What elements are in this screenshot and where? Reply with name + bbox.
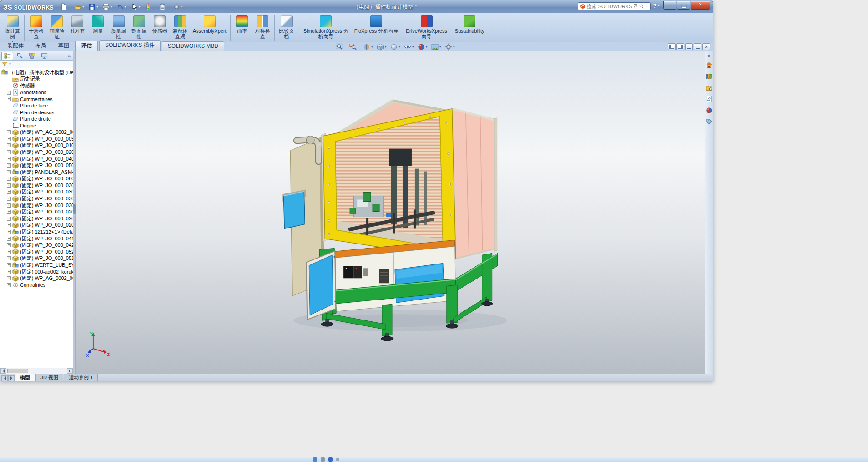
new-document-button[interactable]: ▼ (59, 2, 72, 11)
expand-plus-icon[interactable]: + (7, 170, 11, 174)
hide-show-items-button[interactable]: ▼ (403, 43, 415, 51)
tree-item[interactable]: + (固定) WP_JO_000_0200_0 (0, 215, 73, 222)
tree-item[interactable]: + Plan de face (0, 102, 73, 109)
expand-plus-icon[interactable]: + (7, 217, 11, 221)
tree-item[interactable]: + (固定) WP_JO_000_0510_0 (0, 255, 73, 262)
tree-item[interactable]: + (固定) WP_JO_000_0520_0 (0, 249, 73, 255)
view-settings-button[interactable]: ▼ (444, 43, 456, 51)
zoom-to-area-button[interactable]: ▼ (348, 43, 361, 51)
tree-item[interactable]: + (固定) WP_JO_000_0300_0 (0, 189, 73, 196)
tree-item[interactable]: + (固定) WP_JO_000_0050-0 (0, 136, 73, 142)
expand-plus-icon[interactable]: + (7, 177, 11, 181)
tree-item[interactable]: + (固定) WP_JO_000_0300_0 (0, 182, 73, 189)
expand-plus-icon[interactable]: + (7, 137, 11, 141)
solidworks-resources-tab[interactable] (706, 61, 712, 70)
expand-plus-icon[interactable]: + (7, 223, 11, 227)
file-explorer-tab[interactable] (706, 84, 712, 92)
pane-right[interactable] (676, 43, 684, 50)
tab-solidworks-addins[interactable]: SOLIDWORKS 插件 (99, 40, 161, 51)
tab-scroll-right[interactable] (8, 375, 15, 381)
tab-sketch[interactable]: 草图 (52, 41, 75, 51)
expand-plus-icon[interactable]: + (7, 270, 11, 274)
print-button[interactable]: ▼ (101, 2, 114, 11)
title-bar[interactable]: ЗS SOLIDWORKS ▼ ▼ ▼ (0, 0, 713, 13)
tree-item[interactable]: + (固定) WP_JO_000_0300_0( (0, 202, 73, 209)
tree-item[interactable]: + (固定) WP_JO_000_0410_0 (0, 235, 73, 242)
model-3d-machine[interactable]: Y Z X (76, 51, 705, 373)
tab-scroll-left[interactable] (1, 375, 8, 381)
tree-item[interactable]: + (固定) WP_AG_0002_0000 (0, 275, 73, 282)
taskbar-item-4[interactable] (336, 458, 339, 461)
tab-assembly[interactable]: 装配体 (1, 41, 30, 51)
expand-plus-icon[interactable]: + (7, 197, 11, 201)
task-pane-collapse-chevron[interactable]: « (708, 53, 711, 58)
tree-item[interactable]: + Plan de droite (0, 116, 73, 122)
tree-item[interactable]: + 传感器 (0, 82, 73, 89)
compare-documents-button[interactable]: 比较文档 ▼ (276, 14, 297, 41)
search-input[interactable]: 搜索 SOLIDWORKS 帮助 ▼ (578, 2, 651, 10)
tree-item[interactable]: + （电阻）插件机设计模型 (Déf (0, 69, 73, 76)
tree-item[interactable]: + (固定) WP_JO_000_0200_0 (0, 208, 73, 215)
scroll-right-arrow[interactable] (67, 368, 73, 374)
expand-plus-icon[interactable]: + (7, 250, 11, 254)
tree-item[interactable]: + (固定) WERTE_LUB_SYSTE (0, 262, 73, 269)
tree-horizontal-scrollbar[interactable] (0, 368, 73, 374)
expand-plus-icon[interactable]: + (7, 256, 11, 260)
expand-plus-icon[interactable]: + (7, 243, 11, 247)
tree-item[interactable]: + (固定) WP_JO_000_0500_0 (0, 162, 73, 169)
assembly-xpert-button[interactable]: AssemblyXpert ▼ (191, 14, 229, 41)
tree-item[interactable]: + Annotations (0, 89, 73, 96)
options-button[interactable]: ▼ (172, 2, 185, 11)
expand-plus-icon[interactable]: + (7, 183, 11, 188)
simulationxpress-wizard-button[interactable]: SimulationXpress 分析向导 ▼ (300, 14, 352, 41)
section-view-button[interactable]: ▼ (362, 43, 374, 51)
zoom-to-fit-button[interactable]: ▼ (335, 43, 347, 51)
manager-overflow-chevron[interactable]: » (68, 53, 72, 59)
minimize-button[interactable]: – (663, 1, 676, 10)
tab-solidworks-mbd[interactable]: SOLIDWORKS MBD (162, 41, 224, 51)
tab-layout[interactable]: 布局 (30, 41, 52, 51)
pane-left[interactable] (668, 43, 676, 50)
expand-plus-icon[interactable]: + (7, 190, 11, 194)
tree-item[interactable]: + (固定) PANOLAR_ASM<1> (0, 169, 73, 176)
floxpress-wizard-button[interactable]: FloXpress 分析向导 ▼ (352, 14, 401, 41)
hole-alignment-button[interactable]: 孔对齐 ▼ (67, 14, 88, 41)
close-button[interactable]: × (691, 1, 710, 10)
expand-plus-icon[interactable]: + (7, 150, 11, 154)
search-icon[interactable] (639, 4, 644, 9)
symmetry-check-button[interactable]: 对称检查 ▼ (252, 14, 273, 41)
apply-scene-button[interactable]: ▼ (430, 43, 443, 51)
close-doc[interactable] (702, 43, 710, 50)
3d-views-tab[interactable]: 3D 视图 (35, 373, 63, 381)
expand-plus-icon[interactable]: + (7, 163, 11, 168)
tree-item[interactable]: + Commentaires (0, 96, 73, 102)
tree-item[interactable]: + (固定) WP_JO_000_0300_0 (0, 195, 73, 202)
chevron-down-icon[interactable]: ▼ (646, 5, 648, 8)
tree-item[interactable]: + (固定) 000-ag002_koruk-0 (0, 269, 73, 275)
open-button[interactable]: ▼ (73, 2, 86, 11)
appearances-tab[interactable] (706, 107, 712, 115)
expand-plus-icon[interactable]: + (7, 157, 11, 161)
design-library-tab[interactable] (706, 73, 712, 81)
file-properties-button[interactable]: ▼ (157, 2, 171, 11)
minimize-doc[interactable] (685, 43, 693, 50)
feature-manager-tab[interactable] (1, 52, 13, 60)
tree-item[interactable]: + (固定) WP_AG_0002_0000 (0, 129, 73, 136)
expand-plus-icon[interactable]: + (7, 143, 11, 147)
save-button[interactable]: ▼ (87, 2, 100, 11)
configuration-manager-tab[interactable] (26, 52, 38, 60)
scrollbar-thumb[interactable] (7, 369, 28, 373)
expand-plus-icon[interactable]: + (7, 237, 11, 241)
tree-item[interactable]: + (固定) WP_JO_000_0200_0 (0, 222, 73, 229)
taskbar-item-2[interactable] (321, 457, 325, 462)
assembly-visualization-button[interactable]: 装配体直观 ▼ (170, 14, 191, 41)
property-manager-tab[interactable] (14, 52, 25, 60)
tree-item[interactable]: + (固定) WP_JO_000_0100_0 (0, 142, 73, 149)
expand-plus-icon[interactable]: + (7, 283, 11, 287)
motion-study-tab[interactable]: 运动算例 1 (64, 373, 98, 381)
view-palette-tab[interactable] (706, 96, 712, 104)
tree-item[interactable]: + (固定) 121212<1> (Défau (0, 228, 73, 235)
expand-plus-icon[interactable]: + (7, 130, 11, 134)
custom-properties-tab[interactable] (706, 118, 712, 127)
tree-item[interactable]: + (固定) WP_JO_000_0600_0 (0, 176, 73, 183)
